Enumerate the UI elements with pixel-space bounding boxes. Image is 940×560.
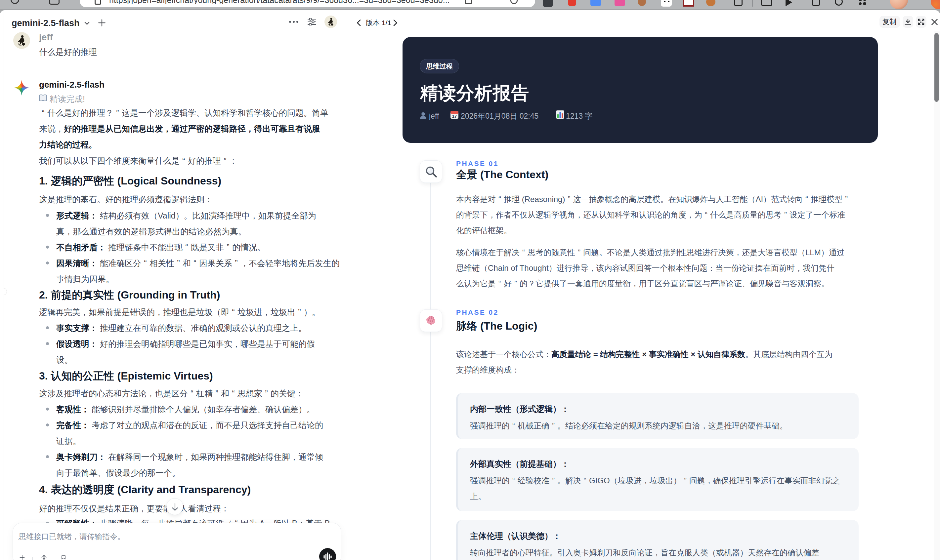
svg-text:17: 17 <box>452 114 457 118</box>
